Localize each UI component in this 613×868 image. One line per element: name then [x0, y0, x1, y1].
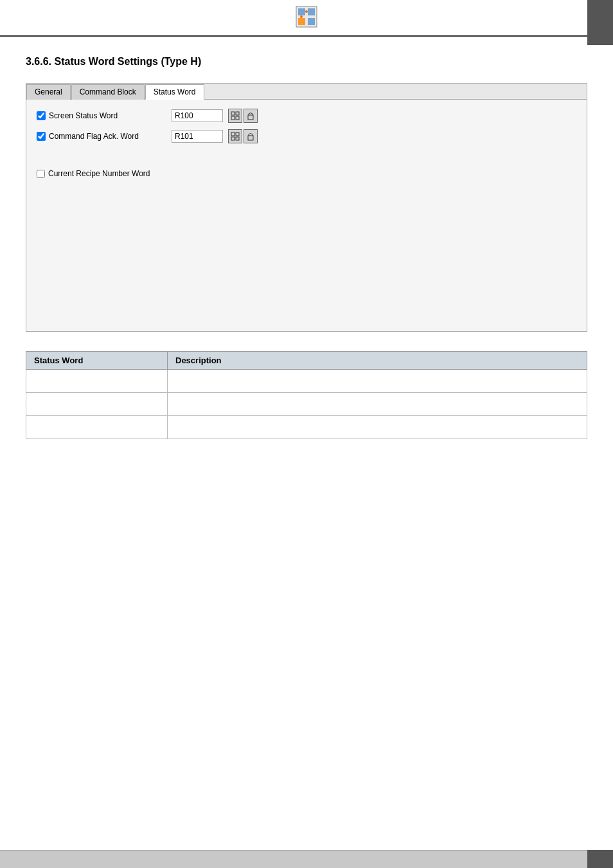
table-header-row: Status Word Description [26, 352, 587, 370]
current-recipe-number-word-checkbox[interactable] [37, 170, 45, 178]
tab-general[interactable]: General [26, 84, 71, 100]
header-right-accent [587, 0, 613, 45]
svg-rect-4 [308, 18, 315, 25]
screen-status-word-text: Screen Status Word [49, 111, 118, 120]
screen-status-word-lock-button[interactable] [244, 109, 258, 123]
tab-status-word[interactable]: Status Word [145, 84, 204, 100]
tab-command-block[interactable]: Command Block [71, 84, 145, 100]
command-flag-ack-word-checkbox[interactable] [37, 132, 46, 141]
app-icon [295, 5, 318, 33]
current-recipe-number-word-text: Current Recipe Number Word [48, 169, 150, 178]
command-flag-ack-word-input[interactable] [172, 130, 223, 143]
svg-point-6 [300, 15, 303, 18]
table-row [26, 370, 587, 393]
table-cell-status-word-3 [26, 416, 168, 439]
svg-rect-12 [231, 132, 235, 136]
footer [0, 850, 613, 868]
svg-rect-13 [236, 132, 239, 136]
command-flag-ack-grid-button[interactable] [228, 129, 242, 143]
current-recipe-number-word-row: Current Recipe Number Word [37, 169, 576, 178]
command-flag-ack-word-label[interactable]: Command Flag Ack. Word [37, 132, 165, 141]
svg-rect-11 [248, 115, 253, 120]
table-cell-description-2 [168, 393, 587, 416]
svg-rect-7 [231, 112, 235, 115]
main-content: 3.6.6. Status Word Settings (Type H) Gen… [0, 37, 613, 452]
svg-rect-2 [308, 8, 315, 15]
screen-status-word-grid-button[interactable] [228, 109, 242, 123]
tab-content-status-word: Screen Status Word [26, 100, 587, 331]
svg-rect-8 [236, 112, 239, 115]
svg-rect-15 [236, 137, 239, 140]
header-logo-icon [295, 5, 318, 28]
screen-status-word-label[interactable]: Screen Status Word [37, 111, 165, 120]
table-cell-description-3 [168, 416, 587, 439]
tab-bar: General Command Block Status Word [26, 84, 587, 100]
lock-icon [247, 111, 254, 120]
screen-status-word-input[interactable] [172, 109, 223, 122]
grid-icon [231, 111, 240, 120]
svg-rect-14 [231, 137, 235, 140]
status-word-table: Status Word Description [26, 351, 587, 439]
header [0, 0, 613, 37]
command-flag-ack-word-icons [228, 129, 258, 143]
col-description: Description [168, 352, 587, 370]
svg-rect-3 [298, 18, 305, 25]
svg-rect-1 [298, 8, 305, 15]
table-cell-status-word-1 [26, 370, 168, 393]
screen-status-word-icons [228, 109, 258, 123]
footer-right-accent [587, 850, 613, 868]
col-status-word: Status Word [26, 352, 168, 370]
grid-icon-2 [231, 132, 240, 141]
page-title: 3.6.6. Status Word Settings (Type H) [26, 56, 587, 68]
svg-point-5 [305, 10, 308, 13]
svg-rect-10 [236, 116, 239, 120]
lock-icon-2 [247, 132, 254, 141]
table-cell-status-word-2 [26, 393, 168, 416]
command-flag-ack-lock-button[interactable] [244, 129, 258, 143]
svg-rect-9 [231, 116, 235, 120]
svg-rect-16 [248, 136, 253, 140]
tab-panel: General Command Block Status Word Screen… [26, 83, 587, 332]
table-cell-description-1 [168, 370, 587, 393]
command-flag-ack-word-text: Command Flag Ack. Word [49, 132, 139, 141]
screen-status-word-row: Screen Status Word [37, 109, 576, 123]
current-recipe-number-word-label[interactable]: Current Recipe Number Word [37, 169, 150, 178]
screen-status-word-checkbox[interactable] [37, 111, 46, 120]
table-row [26, 393, 587, 416]
command-flag-ack-word-row: Command Flag Ack. Word [37, 129, 576, 143]
table-row [26, 416, 587, 439]
